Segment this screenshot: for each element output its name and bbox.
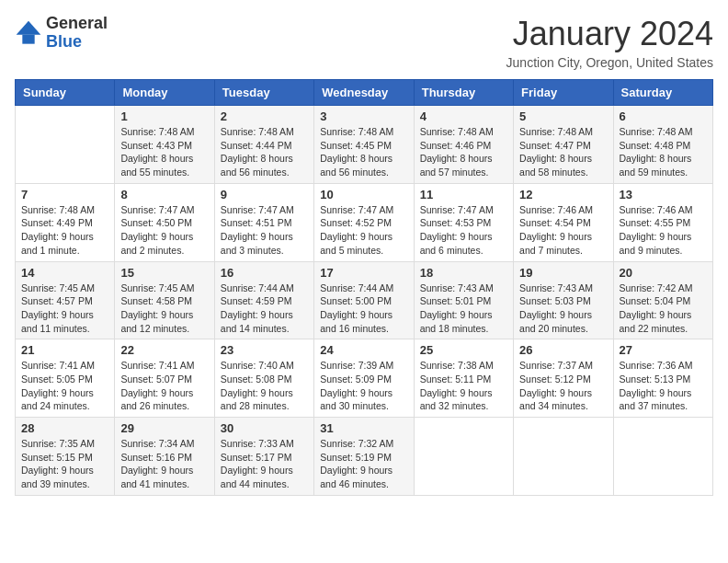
- day-number: 5: [519, 109, 607, 123]
- day-number: 13: [620, 188, 707, 201]
- title-section: January 2024 Junction City, Oregon, Unit…: [506, 15, 713, 70]
- logo-line2: Blue: [46, 33, 108, 52]
- calendar-cell: 19Sunrise: 7:43 AM Sunset: 5:03 PM Dayli…: [514, 261, 613, 339]
- day-info: Sunrise: 7:32 AM Sunset: 5:19 PM Dayligh…: [320, 437, 407, 491]
- calendar-cell: 15Sunrise: 7:45 AM Sunset: 4:58 PM Dayli…: [115, 261, 214, 339]
- day-info: Sunrise: 7:34 AM Sunset: 5:16 PM Dayligh…: [120, 437, 208, 491]
- calendar-cell: 31Sunrise: 7:32 AM Sunset: 5:19 PM Dayli…: [314, 418, 414, 496]
- day-number: 11: [420, 188, 507, 201]
- day-info: Sunrise: 7:39 AM Sunset: 5:09 PM Dayligh…: [320, 359, 407, 413]
- day-info: Sunrise: 7:48 AM Sunset: 4:49 PM Dayligh…: [21, 203, 108, 258]
- day-info: Sunrise: 7:41 AM Sunset: 5:05 PM Dayligh…: [21, 359, 108, 413]
- calendar-cell: 16Sunrise: 7:44 AM Sunset: 4:59 PM Dayli…: [214, 261, 313, 339]
- day-info: Sunrise: 7:48 AM Sunset: 4:45 PM Dayligh…: [320, 125, 407, 179]
- day-number: 19: [519, 266, 607, 280]
- day-number: 27: [620, 343, 707, 357]
- day-info: Sunrise: 7:46 AM Sunset: 4:54 PM Dayligh…: [519, 203, 607, 258]
- weekday-header: Saturday: [613, 80, 712, 106]
- weekday-header: Thursday: [414, 80, 513, 106]
- day-info: Sunrise: 7:48 AM Sunset: 4:48 PM Dayligh…: [620, 125, 707, 179]
- day-number: 21: [21, 343, 108, 357]
- day-info: Sunrise: 7:47 AM Sunset: 4:53 PM Dayligh…: [420, 203, 507, 258]
- calendar-cell: 21Sunrise: 7:41 AM Sunset: 5:05 PM Dayli…: [16, 339, 115, 418]
- calendar-cell: 4Sunrise: 7:48 AM Sunset: 4:46 PM Daylig…: [414, 106, 513, 184]
- calendar-cell: 13Sunrise: 7:46 AM Sunset: 4:55 PM Dayli…: [613, 183, 712, 261]
- calendar-cell: 22Sunrise: 7:41 AM Sunset: 5:07 PM Dayli…: [115, 339, 214, 418]
- calendar-week-row: 7Sunrise: 7:48 AM Sunset: 4:49 PM Daylig…: [16, 183, 713, 261]
- calendar-cell: 9Sunrise: 7:47 AM Sunset: 4:51 PM Daylig…: [214, 183, 313, 261]
- day-number: 1: [120, 109, 208, 123]
- day-number: 3: [320, 109, 407, 123]
- day-number: 12: [519, 188, 607, 201]
- month-title: January 2024: [506, 15, 713, 53]
- svg-marker-0: [17, 20, 41, 34]
- calendar-cell: 11Sunrise: 7:47 AM Sunset: 4:53 PM Dayli…: [414, 183, 513, 261]
- calendar-cell: [16, 106, 115, 184]
- calendar-cell: [514, 418, 613, 496]
- day-number: 10: [320, 188, 407, 201]
- weekday-header: Tuesday: [214, 80, 313, 106]
- day-info: Sunrise: 7:43 AM Sunset: 5:03 PM Dayligh…: [519, 282, 607, 336]
- day-info: Sunrise: 7:45 AM Sunset: 4:58 PM Dayligh…: [120, 282, 208, 336]
- calendar-cell: 28Sunrise: 7:35 AM Sunset: 5:15 PM Dayli…: [16, 418, 115, 496]
- day-number: 8: [120, 188, 208, 201]
- weekday-header: Wednesday: [314, 80, 414, 106]
- logo-line1: General: [46, 15, 108, 33]
- calendar-cell: 3Sunrise: 7:48 AM Sunset: 4:45 PM Daylig…: [314, 106, 414, 184]
- calendar-cell: [613, 418, 712, 496]
- day-number: 22: [120, 343, 208, 357]
- calendar-cell: 1Sunrise: 7:48 AM Sunset: 4:43 PM Daylig…: [115, 106, 214, 184]
- day-number: 29: [120, 421, 208, 435]
- day-info: Sunrise: 7:38 AM Sunset: 5:11 PM Dayligh…: [420, 359, 507, 413]
- day-info: Sunrise: 7:44 AM Sunset: 4:59 PM Dayligh…: [221, 282, 308, 336]
- logo-text: General Blue: [46, 15, 108, 52]
- day-number: 18: [420, 266, 507, 280]
- logo: General Blue: [15, 15, 108, 52]
- day-number: 9: [221, 188, 308, 201]
- calendar-cell: 25Sunrise: 7:38 AM Sunset: 5:11 PM Dayli…: [414, 339, 513, 418]
- day-number: 7: [21, 188, 108, 201]
- calendar-cell: 23Sunrise: 7:40 AM Sunset: 5:08 PM Dayli…: [214, 339, 313, 418]
- day-info: Sunrise: 7:37 AM Sunset: 5:12 PM Dayligh…: [519, 359, 607, 413]
- calendar-table: SundayMondayTuesdayWednesdayThursdayFrid…: [15, 79, 713, 496]
- day-number: 17: [320, 266, 407, 280]
- header-row: SundayMondayTuesdayWednesdayThursdayFrid…: [16, 80, 713, 106]
- calendar-week-row: 14Sunrise: 7:45 AM Sunset: 4:57 PM Dayli…: [16, 261, 713, 339]
- calendar-cell: 10Sunrise: 7:47 AM Sunset: 4:52 PM Dayli…: [314, 183, 414, 261]
- calendar-week-row: 28Sunrise: 7:35 AM Sunset: 5:15 PM Dayli…: [16, 418, 713, 496]
- calendar-cell: 29Sunrise: 7:34 AM Sunset: 5:16 PM Dayli…: [115, 418, 214, 496]
- day-number: 2: [221, 109, 308, 123]
- day-info: Sunrise: 7:47 AM Sunset: 4:52 PM Dayligh…: [320, 203, 407, 258]
- day-number: 25: [420, 343, 507, 357]
- calendar-cell: 7Sunrise: 7:48 AM Sunset: 4:49 PM Daylig…: [16, 183, 115, 261]
- calendar-cell: [414, 418, 513, 496]
- calendar-cell: 5Sunrise: 7:48 AM Sunset: 4:47 PM Daylig…: [514, 106, 613, 184]
- day-number: 26: [519, 343, 607, 357]
- calendar-cell: 30Sunrise: 7:33 AM Sunset: 5:17 PM Dayli…: [214, 418, 313, 496]
- calendar-cell: 24Sunrise: 7:39 AM Sunset: 5:09 PM Dayli…: [314, 339, 414, 418]
- day-info: Sunrise: 7:48 AM Sunset: 4:46 PM Dayligh…: [420, 125, 507, 179]
- day-number: 28: [21, 421, 108, 435]
- day-number: 4: [420, 109, 507, 123]
- calendar-cell: 20Sunrise: 7:42 AM Sunset: 5:04 PM Dayli…: [613, 261, 712, 339]
- day-info: Sunrise: 7:47 AM Sunset: 4:51 PM Dayligh…: [221, 203, 308, 258]
- day-info: Sunrise: 7:41 AM Sunset: 5:07 PM Dayligh…: [120, 359, 208, 413]
- day-number: 20: [620, 266, 707, 280]
- day-info: Sunrise: 7:47 AM Sunset: 4:50 PM Dayligh…: [120, 203, 208, 258]
- calendar-cell: 2Sunrise: 7:48 AM Sunset: 4:44 PM Daylig…: [214, 106, 313, 184]
- day-info: Sunrise: 7:45 AM Sunset: 4:57 PM Dayligh…: [21, 282, 108, 336]
- day-info: Sunrise: 7:35 AM Sunset: 5:15 PM Dayligh…: [21, 437, 108, 491]
- day-info: Sunrise: 7:48 AM Sunset: 4:43 PM Dayligh…: [120, 125, 208, 179]
- calendar-cell: 8Sunrise: 7:47 AM Sunset: 4:50 PM Daylig…: [115, 183, 214, 261]
- day-info: Sunrise: 7:43 AM Sunset: 5:01 PM Dayligh…: [420, 282, 507, 336]
- day-number: 23: [221, 343, 308, 357]
- calendar-cell: 18Sunrise: 7:43 AM Sunset: 5:01 PM Dayli…: [414, 261, 513, 339]
- day-number: 6: [620, 109, 707, 123]
- day-info: Sunrise: 7:46 AM Sunset: 4:55 PM Dayligh…: [620, 203, 707, 258]
- day-info: Sunrise: 7:40 AM Sunset: 5:08 PM Dayligh…: [221, 359, 308, 413]
- calendar-cell: 27Sunrise: 7:36 AM Sunset: 5:13 PM Dayli…: [613, 339, 712, 418]
- calendar-cell: 26Sunrise: 7:37 AM Sunset: 5:12 PM Dayli…: [514, 339, 613, 418]
- location: Junction City, Oregon, United States: [506, 55, 713, 70]
- calendar-week-row: 1Sunrise: 7:48 AM Sunset: 4:43 PM Daylig…: [16, 106, 713, 184]
- day-info: Sunrise: 7:36 AM Sunset: 5:13 PM Dayligh…: [620, 359, 707, 413]
